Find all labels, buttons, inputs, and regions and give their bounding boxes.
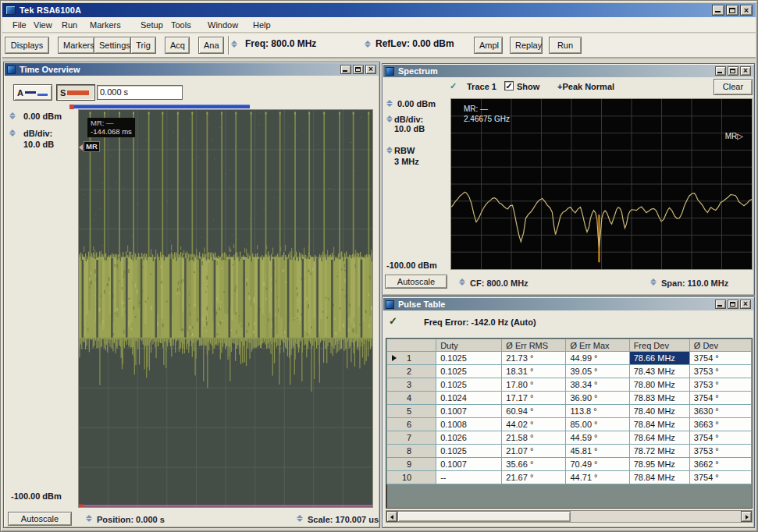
cell-dev[interactable]: 3630 ° — [689, 405, 751, 418]
table-row[interactable]: 80.102521.07 °45.81 °78.72 MHz3753 ° — [387, 445, 752, 458]
spectrum-close-button[interactable]: × — [740, 66, 751, 76]
cell-err_rms[interactable]: 18.31 ° — [502, 365, 566, 378]
row-header[interactable]: 2 — [387, 365, 436, 378]
table-row[interactable]: 30.102517.80 °38.34 °78.80 MHz3753 ° — [387, 378, 752, 392]
acq-button[interactable]: Acq — [165, 37, 190, 54]
cell-dev[interactable]: 3753 ° — [689, 445, 751, 458]
cell-freq_dev[interactable]: 78.64 MHz — [629, 431, 689, 445]
table-row[interactable]: 10--21.67 °44.71 °78.84 MHz3754 ° — [387, 471, 752, 484]
cell-err_rms[interactable]: 21.67 ° — [502, 471, 566, 484]
analysis-range-bar[interactable] — [74, 105, 250, 108]
pulse-table-hscrollbar[interactable] — [386, 510, 753, 523]
cell-duty[interactable]: 0.1025 — [436, 352, 502, 365]
column-header-Ø Err RMS[interactable]: Ø Err RMS — [502, 339, 566, 352]
show-checkbox[interactable]: ✓ — [504, 81, 514, 90]
pulse-table-titlebar[interactable]: Pulse Table × — [383, 298, 753, 310]
offset-input[interactable]: 0.000 s — [97, 85, 183, 100]
scroll-right-button[interactable] — [741, 511, 752, 522]
time-top-level-label[interactable]: 0.00 dBm — [23, 112, 62, 121]
scale-readout[interactable]: Scale: 170.007 us — [308, 515, 379, 524]
menu-tools[interactable]: Tools — [169, 20, 193, 31]
row-header[interactable]: 3 — [387, 378, 436, 392]
spectrum-maximize-button[interactable] — [728, 66, 738, 76]
cell-freq_dev[interactable]: 78.84 MHz — [629, 471, 689, 484]
spec-toplevel-adjust-icon[interactable] — [386, 100, 393, 107]
time-overview-close-button[interactable]: × — [365, 65, 376, 74]
pulse-table-container[interactable]: DutyØ Err RMSØ Err MaxFreq DevØ Dev10.10… — [386, 338, 753, 509]
spec-dbdiv-adjust-icon[interactable] — [386, 115, 393, 122]
toplevel-adjust-icon[interactable] — [9, 112, 16, 119]
cell-err_max[interactable]: 44.71 ° — [566, 471, 629, 484]
pulse-table-minimize-button[interactable] — [715, 300, 726, 309]
freq-readout[interactable]: Freq: 800.0 MHz — [245, 38, 316, 49]
rbw-value[interactable]: 3 MHz — [394, 157, 419, 166]
row-header[interactable]: 8 — [387, 445, 436, 458]
settings-button[interactable]: Settings — [94, 37, 131, 54]
position-readout[interactable]: Position: 0.000 s — [97, 515, 165, 524]
clear-button[interactable]: Clear — [714, 79, 753, 95]
minimize-button[interactable] — [712, 5, 724, 16]
cell-dev[interactable]: 3662 ° — [689, 458, 751, 471]
main-titlebar[interactable]: Tek RSA6100A × — [2, 3, 756, 17]
time-marker-flag[interactable]: MR — [84, 141, 100, 152]
spectrum-titlebar[interactable]: Spectrum × — [383, 65, 753, 77]
cell-err_rms[interactable]: 17.17 ° — [502, 392, 566, 405]
cell-duty[interactable]: 0.1007 — [436, 458, 502, 471]
cell-duty[interactable]: 0.1024 — [436, 392, 502, 405]
cell-err_max[interactable]: 44.59 ° — [566, 431, 629, 445]
time-overview-plot[interactable]: MR: — -144.068 ms MR — [78, 109, 373, 508]
time-dbdiv-label[interactable]: dB/div: — [23, 129, 52, 138]
cell-duty[interactable]: -- — [436, 471, 502, 484]
column-header-Duty[interactable]: Duty — [436, 339, 502, 352]
cell-err_rms[interactable]: 60.94 ° — [502, 405, 566, 418]
cell-freq_dev[interactable]: 78.83 MHz — [629, 392, 689, 405]
cell-freq_dev[interactable]: 78.66 MHz — [629, 352, 689, 365]
table-row[interactable]: 90.100735.66 °70.49 °78.95 MHz3662 ° — [387, 458, 752, 471]
freq-adjust-icon[interactable] — [231, 41, 237, 48]
menu-window[interactable]: Window — [206, 20, 240, 31]
cell-duty[interactable]: 0.1025 — [436, 445, 502, 458]
trace-a-button[interactable]: A — [13, 84, 52, 101]
replay-button[interactable]: Replay — [510, 37, 543, 54]
cell-freq_dev[interactable]: 78.80 MHz — [629, 378, 689, 392]
column-header-Ø Dev[interactable]: Ø Dev — [689, 339, 751, 352]
cell-duty[interactable]: 0.1025 — [436, 365, 502, 378]
time-autoscale-button[interactable]: Autoscale — [8, 512, 72, 526]
table-row[interactable]: 60.100844.02 °85.00 °78.84 MHz3663 ° — [387, 418, 752, 431]
cell-dev[interactable]: 3753 ° — [689, 378, 751, 392]
column-header-Ø Err Max[interactable]: Ø Err Max — [566, 339, 629, 352]
table-row[interactable]: 50.100760.94 °113.8 °78.40 MHz3630 ° — [387, 405, 752, 418]
reflev-adjust-icon[interactable] — [365, 41, 371, 48]
cell-err_max[interactable]: 45.81 ° — [566, 445, 629, 458]
cell-dev[interactable]: 3753 ° — [689, 365, 751, 378]
time-overview-minimize-button[interactable] — [340, 65, 351, 74]
row-header[interactable]: 10 — [387, 471, 436, 484]
cell-dev[interactable]: 3663 ° — [689, 418, 751, 431]
cell-err_rms[interactable]: 44.02 ° — [502, 418, 566, 431]
run-button[interactable]: Run — [549, 37, 582, 54]
row-header[interactable]: 6 — [387, 418, 436, 431]
spec-top-level-label[interactable]: 0.00 dBm — [397, 99, 436, 108]
cell-err_max[interactable]: 85.00 ° — [566, 418, 629, 431]
pulse-table-maximize-button[interactable] — [728, 300, 738, 309]
trig-button[interactable]: Trig — [130, 37, 156, 54]
spectrum-minimize-button[interactable] — [715, 66, 726, 76]
time-overview-maximize-button[interactable] — [353, 65, 364, 74]
cell-dev[interactable]: 3754 ° — [689, 352, 751, 365]
rbw-adjust-icon[interactable] — [386, 147, 393, 154]
cell-err_max[interactable]: 36.90 ° — [566, 392, 629, 405]
table-row[interactable]: 10.102521.73 °44.99 °78.66 MHz3754 ° — [387, 352, 752, 365]
spectrum-plot[interactable]: MR: — 2.46675 GHz MR▷ — [450, 98, 753, 270]
cell-err_max[interactable]: 44.99 ° — [566, 352, 629, 365]
cell-duty[interactable]: 0.1007 — [436, 405, 502, 418]
cell-freq_dev[interactable]: 78.43 MHz — [629, 365, 689, 378]
menu-run[interactable]: Run — [60, 20, 79, 31]
row-header[interactable]: 7 — [387, 431, 436, 445]
cell-freq_dev[interactable]: 78.95 MHz — [629, 458, 689, 471]
row-header[interactable]: 5 — [387, 405, 436, 418]
cell-err_rms[interactable]: 21.07 ° — [502, 445, 566, 458]
menu-view[interactable]: View — [32, 20, 54, 31]
ampl-button[interactable]: Ampl — [474, 37, 503, 54]
rbw-label[interactable]: RBW — [394, 146, 415, 155]
trace1-label[interactable]: Trace 1 — [467, 82, 496, 91]
